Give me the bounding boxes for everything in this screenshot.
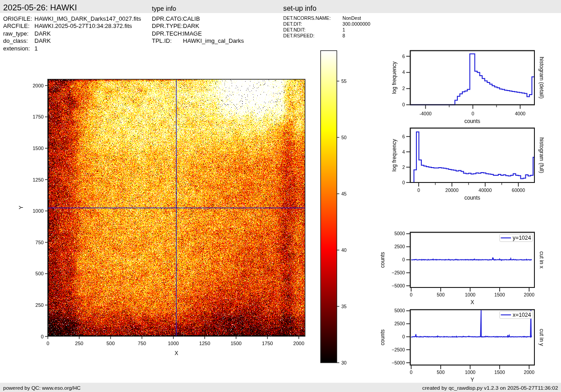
svg-text:histogram (detail): histogram (detail)	[538, 57, 545, 99]
svg-text:0: 0	[410, 292, 413, 297]
svg-text:DPR.CATG:: DPR.CATG:	[152, 15, 183, 22]
svg-text:counts: counts	[379, 329, 386, 345]
svg-text:1500: 1500	[494, 292, 505, 297]
svg-text:1: 1	[342, 27, 345, 32]
svg-text:-4000: -4000	[420, 111, 432, 116]
svg-text:50: 50	[342, 135, 347, 140]
svg-text:500: 500	[437, 369, 445, 375]
svg-text:y=1024: y=1024	[513, 235, 531, 241]
svg-text:ORIGFILE:: ORIGFILE:	[3, 15, 32, 22]
svg-text:0: 0	[402, 102, 405, 107]
svg-text:extension:: extension:	[3, 45, 30, 52]
svg-text:2500: 2500	[394, 321, 405, 326]
svg-text:1000: 1000	[465, 292, 476, 297]
svg-text:−2500: −2500	[392, 270, 405, 275]
svg-text:250: 250	[75, 341, 83, 346]
svg-text:Y: Y	[470, 377, 474, 383]
svg-text:2000: 2000	[32, 83, 43, 88]
svg-text:0: 0	[417, 187, 420, 193]
svg-text:DET.RSPEED:: DET.RSPEED:	[283, 33, 315, 38]
svg-text:0: 0	[46, 341, 49, 346]
svg-text:1000: 1000	[32, 208, 43, 214]
svg-text:45: 45	[342, 191, 347, 196]
svg-text:1500: 1500	[494, 369, 505, 375]
svg-text:40: 40	[342, 247, 347, 253]
svg-text:1500: 1500	[231, 341, 242, 346]
svg-text:DPR.TYPE:: DPR.TYPE:	[152, 23, 183, 29]
svg-text:type info: type info	[152, 5, 176, 12]
svg-text:1: 1	[35, 45, 38, 52]
svg-text:2000: 2000	[524, 369, 535, 375]
svg-text:35: 35	[342, 304, 347, 309]
svg-text:500: 500	[36, 271, 44, 276]
svg-text:X: X	[470, 299, 474, 305]
svg-text:raw_type:: raw_type:	[3, 30, 28, 37]
svg-text:counts: counts	[465, 195, 480, 201]
svg-text:cut in y: cut in y	[538, 329, 545, 346]
svg-text:8: 8	[342, 33, 345, 38]
svg-text:log frequency: log frequency	[391, 139, 397, 172]
svg-text:1500: 1500	[32, 146, 43, 151]
svg-text:HAWKI_img_cal_Darks: HAWKI_img_cal_Darks	[183, 37, 244, 44]
svg-text:CALIB: CALIB	[183, 15, 200, 22]
svg-text:2500: 2500	[394, 244, 405, 249]
svg-text:0: 0	[410, 369, 413, 375]
svg-text:500: 500	[106, 341, 114, 346]
svg-text:do_class:: do_class:	[3, 37, 28, 44]
svg-text:750: 750	[36, 240, 44, 245]
svg-text:DPR.TECH:: DPR.TECH:	[152, 30, 183, 37]
svg-text:30: 30	[342, 360, 347, 365]
svg-text:1000: 1000	[168, 341, 178, 346]
svg-text:counts: counts	[465, 118, 480, 124]
svg-text:set-up info: set-up info	[283, 5, 317, 12]
svg-text:300.0000000: 300.0000000	[342, 21, 370, 27]
svg-text:DARK: DARK	[35, 37, 51, 44]
svg-text:750: 750	[138, 341, 146, 346]
svg-text:DET.DIT:: DET.DIT:	[283, 21, 302, 27]
svg-text:250: 250	[36, 302, 44, 308]
svg-text:counts: counts	[379, 252, 386, 268]
svg-text:DARK: DARK	[35, 30, 51, 37]
svg-text:4: 4	[402, 69, 405, 75]
svg-text:−2500: −2500	[392, 347, 405, 352]
svg-text:HAWKI.2025-05-27T10:34:28.372.: HAWKI.2025-05-27T10:34:28.372.fits	[35, 23, 132, 29]
svg-text:X: X	[174, 350, 178, 356]
svg-text:55: 55	[342, 78, 347, 84]
svg-text:cut in x: cut in x	[538, 251, 545, 269]
svg-text:1000: 1000	[465, 369, 476, 375]
svg-text:5000: 5000	[394, 231, 405, 236]
svg-text:0: 0	[41, 334, 44, 339]
svg-text:created by qc_rawdisp.py v1.2.: created by qc_rawdisp.py v1.2.3 on 2025-…	[422, 385, 558, 391]
svg-text:6: 6	[402, 134, 405, 139]
svg-text:TPL.ID:: TPL.ID:	[152, 37, 172, 44]
svg-text:log frequency: log frequency	[391, 61, 397, 94]
svg-text:ARCFILE:: ARCFILE:	[3, 23, 30, 29]
svg-text:4000: 4000	[515, 111, 526, 116]
svg-text:2000: 2000	[293, 341, 304, 346]
svg-text:DET.NDIT:: DET.NDIT:	[283, 27, 306, 32]
svg-text:IMAGE: IMAGE	[183, 30, 202, 37]
svg-text:6: 6	[402, 54, 405, 59]
svg-text:5000: 5000	[394, 308, 405, 313]
svg-text:DET.NCORRS.NAME:: DET.NCORRS.NAME:	[283, 15, 331, 21]
svg-text:0: 0	[471, 111, 474, 116]
svg-text:20000: 20000	[445, 187, 458, 193]
svg-text:histogram (full): histogram (full)	[538, 137, 545, 173]
svg-text:NonDest: NonDest	[342, 15, 361, 21]
svg-text:500: 500	[437, 292, 445, 297]
svg-text:60000: 60000	[512, 187, 525, 193]
svg-text:2000: 2000	[524, 292, 535, 297]
svg-text:HAWKI_IMG_DARK_Darks147_0027.f: HAWKI_IMG_DARK_Darks147_0027.fits	[35, 15, 141, 22]
svg-text:0: 0	[402, 334, 405, 339]
svg-text:−5000: −5000	[392, 283, 405, 288]
svg-text:1250: 1250	[32, 177, 43, 182]
svg-text:2: 2	[402, 86, 405, 91]
svg-text:1750: 1750	[262, 341, 273, 346]
svg-text:DARK: DARK	[183, 23, 199, 29]
svg-text:0: 0	[402, 257, 405, 262]
svg-text:Y: Y	[18, 205, 24, 209]
svg-text:−5000: −5000	[392, 360, 405, 365]
svg-text:x=1024: x=1024	[513, 312, 531, 318]
svg-text:0: 0	[402, 180, 405, 185]
svg-text:1750: 1750	[32, 114, 43, 119]
